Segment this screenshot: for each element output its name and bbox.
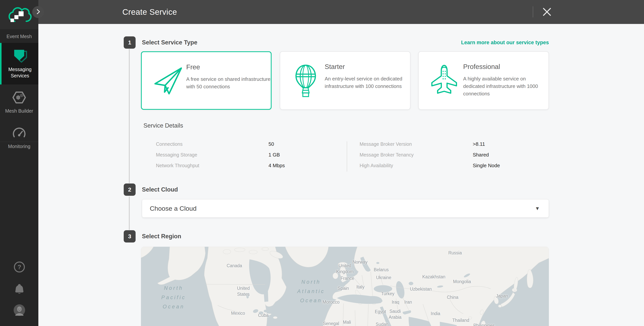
bell-icon — [14, 292, 25, 295]
hot-air-balloon-icon — [291, 64, 322, 94]
service-type-description: A highly available service on dedicated … — [463, 75, 548, 98]
sidebar-item-label: Monitoring — [8, 144, 30, 149]
details-column-divider — [347, 141, 347, 172]
detail-label: Message Broker Tenancy — [360, 152, 414, 158]
detail-label: Messaging Storage — [156, 152, 197, 158]
service-type-description: A free service on shared infrastructure … — [186, 75, 270, 90]
help-icon: ? — [14, 270, 25, 274]
detail-value: 50 — [268, 141, 274, 147]
sidebar-item-monitoring[interactable]: Monitoring — [0, 120, 38, 155]
shield-icon — [12, 48, 28, 64]
close-icon — [541, 15, 553, 18]
learn-more-link[interactable]: Learn more about our service types — [461, 36, 549, 49]
service-type-name: Starter — [325, 63, 345, 70]
airplane-icon — [430, 64, 460, 95]
service-type-card-starter[interactable]: Starter An entry-level service on dedica… — [280, 51, 410, 110]
sidebar-divider — [0, 142, 38, 142]
sidebar: Event Mesh Messaging Services Mesh Build… — [0, 0, 38, 326]
step-connector-2 — [129, 196, 130, 230]
detail-value: >8.11 — [473, 141, 485, 147]
gauge-icon — [12, 125, 27, 141]
detail-value: 1 GB — [268, 152, 280, 158]
sidebar-item-label: Event Mesh — [6, 33, 32, 40]
step-connector-1 — [129, 49, 130, 183]
chevron-down-icon: ▼ — [535, 199, 540, 217]
step-2-title: Select Cloud — [142, 183, 178, 196]
close-button[interactable] — [541, 6, 553, 18]
detail-label: Message Broker Version — [360, 141, 412, 147]
detail-label: High Availability — [360, 163, 393, 168]
page-title: Create Service — [122, 0, 177, 24]
detail-label: Connections — [156, 141, 182, 147]
cloud-select-value: Choose a Cloud — [150, 199, 196, 217]
logo[interactable] — [0, 0, 38, 30]
service-type-name: Professional — [463, 63, 500, 70]
service-type-card-free[interactable]: Free A free service on shared infrastruc… — [141, 51, 272, 110]
svg-text:?: ? — [18, 264, 21, 270]
service-type-card-professional[interactable]: Professional A highly available service … — [418, 51, 549, 110]
sidebar-item-event-mesh[interactable]: Event Mesh — [0, 30, 38, 43]
mesh-hexagon-icon — [12, 90, 27, 105]
avatar — [14, 313, 25, 317]
step-3-title: Select Region — [142, 230, 181, 242]
paper-plane-icon — [153, 66, 184, 97]
step-1-title: Select Service Type — [142, 36, 197, 49]
service-type-name: Free — [186, 63, 200, 71]
step-3-badge: 3 — [124, 230, 136, 242]
region-map[interactable]: North Pacific OceanNorth Atlantic OceanR… — [141, 247, 549, 326]
cloud-logo-icon — [7, 4, 32, 25]
notifications-button[interactable] — [14, 283, 25, 295]
cloud-select-dropdown[interactable]: Choose a Cloud ▼ — [142, 199, 549, 218]
step-2-badge: 2 — [124, 183, 136, 196]
help-button[interactable]: ? — [14, 261, 25, 273]
service-details-title: Service Details — [144, 122, 183, 129]
dialog-header: Create Service — [38, 0, 644, 24]
chevron-right-icon — [35, 9, 41, 15]
world-map-graphic — [141, 247, 549, 326]
detail-label: Network Throughput — [156, 163, 199, 168]
sidebar-item-label: Mesh Builder — [5, 108, 33, 114]
detail-value: 4 Mbps — [268, 163, 285, 168]
sidebar-item-mesh-builder[interactable]: Mesh Builder — [0, 84, 38, 120]
service-type-description: An entry-level service on dedicated infr… — [325, 75, 409, 90]
detail-value: Single Node — [473, 163, 500, 168]
detail-value: Shared — [473, 152, 489, 158]
sidebar-item-messaging-services[interactable]: Messaging Services — [0, 43, 38, 84]
header-divider — [533, 6, 533, 17]
sidebar-item-label: Messaging Services — [8, 67, 32, 78]
step-1-badge: 1 — [124, 36, 136, 49]
sidebar-expand-button[interactable] — [32, 6, 44, 18]
user-menu-button[interactable] — [14, 304, 25, 316]
